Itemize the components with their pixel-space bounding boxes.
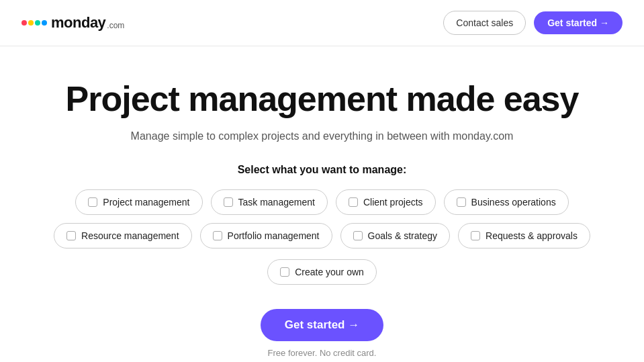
option-label-portfolio-management: Portfolio management — [228, 230, 320, 241]
contact-sales-button[interactable]: Contact sales — [443, 11, 526, 35]
option-label-task-management: Task management — [238, 197, 315, 208]
option-label-resource-management: Resource management — [81, 230, 179, 241]
header: monday.com Contact sales Get started → — [0, 0, 644, 46]
checkbox-business-operations — [457, 197, 466, 207]
checkbox-goals-strategy — [353, 231, 363, 240]
option-client-projects[interactable]: Client projects — [336, 189, 436, 215]
checkbox-requests-approvals — [471, 231, 480, 240]
option-business-operations[interactable]: Business operations — [444, 189, 569, 215]
option-label-create-own: Create your own — [295, 267, 364, 277]
page-title: Project management made easy — [66, 80, 579, 118]
logo-text-com: .com — [107, 21, 124, 30]
main-content: Project management made easy Manage simp… — [0, 46, 644, 362]
options-row-2: Resource management Portfolio management… — [54, 223, 590, 248]
checkbox-task-management — [224, 197, 233, 207]
select-label: Select what you want to manage: — [238, 164, 407, 176]
option-requests-approvals[interactable]: Requests & approvals — [458, 223, 590, 248]
options-row-1: Project management Task management Clien… — [75, 189, 568, 215]
get-started-header-button[interactable]: Get started → — [534, 11, 623, 34]
checkbox-resource-management — [66, 231, 76, 240]
logo-dot-yellow — [28, 20, 34, 26]
option-label-requests-approvals: Requests & approvals — [486, 230, 578, 241]
logo-dot-red — [21, 20, 27, 26]
checkbox-portfolio-management — [213, 231, 222, 240]
options-container: Project management Task management Clien… — [54, 189, 590, 285]
logo-dot-blue — [42, 20, 47, 26]
checkbox-client-projects — [349, 197, 358, 207]
get-started-main-button[interactable]: Get started → — [261, 309, 383, 341]
option-create-own[interactable]: Create your own — [267, 259, 377, 285]
option-goals-strategy[interactable]: Goals & strategy — [340, 223, 451, 248]
free-forever-text: Free forever. No credit card. — [268, 348, 377, 358]
logo-dots — [21, 20, 47, 26]
option-project-management[interactable]: Project management — [75, 189, 202, 215]
main-subtitle: Manage simple to complex projects and ev… — [131, 130, 514, 142]
header-actions: Contact sales Get started → — [443, 11, 623, 35]
logo-text-monday: monday — [51, 14, 105, 32]
logo-dot-green — [35, 20, 40, 26]
checkbox-create-own — [280, 267, 289, 277]
option-label-client-projects: Client projects — [363, 197, 423, 208]
logo: monday.com — [21, 14, 124, 32]
option-task-management[interactable]: Task management — [211, 189, 328, 215]
option-label-project-management: Project management — [103, 197, 189, 208]
options-row-create: Create your own — [267, 257, 377, 285]
option-label-goals-strategy: Goals & strategy — [368, 230, 438, 241]
option-portfolio-management[interactable]: Portfolio management — [200, 223, 332, 248]
option-resource-management[interactable]: Resource management — [54, 223, 192, 248]
checkbox-project-management — [88, 197, 97, 207]
option-label-business-operations: Business operations — [471, 197, 556, 208]
